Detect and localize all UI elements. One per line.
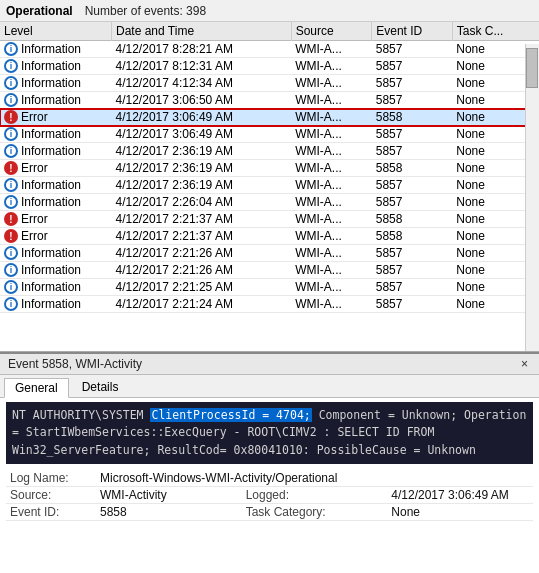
datetime-cell: 4/12/2017 2:21:26 AM	[112, 262, 292, 279]
source-cell: WMI-A...	[291, 109, 372, 126]
info-icon: i	[4, 93, 18, 107]
datetime-cell: 4/12/2017 8:12:31 AM	[112, 58, 292, 75]
source-cell: WMI-A...	[291, 126, 372, 143]
info-icon: i	[4, 297, 18, 311]
info-icon: i	[4, 195, 18, 209]
level-text: Information	[21, 76, 81, 90]
source-value: WMI-Activity	[96, 486, 242, 503]
table-row[interactable]: iInformation 4/12/2017 8:12:31 AM WMI-A.…	[0, 58, 539, 75]
table-row[interactable]: iInformation 4/12/2017 3:06:50 AM WMI-A.…	[0, 92, 539, 109]
log-name-label: Log Name:	[6, 470, 96, 487]
source-cell: WMI-A...	[291, 58, 372, 75]
level-cell: !Error	[0, 109, 112, 126]
source-cell: WMI-A...	[291, 245, 372, 262]
datetime-cell: 4/12/2017 2:21:37 AM	[112, 211, 292, 228]
level-cell: iInformation	[0, 58, 112, 75]
table-row[interactable]: !Error 4/12/2017 2:21:37 AM WMI-A... 585…	[0, 211, 539, 228]
source-label: Source:	[6, 486, 96, 503]
event-count: Number of events: 398	[85, 4, 206, 18]
datetime-cell: 4/12/2017 2:36:19 AM	[112, 160, 292, 177]
events-table: Level Date and Time Source Event ID Task…	[0, 22, 539, 313]
detail-message-box: NT AUTHORITY\SYSTEM ClientProcessId = 47…	[6, 402, 533, 464]
eventid-cell: 5857	[372, 126, 453, 143]
detail-fields-table: Log Name: Microsoft-Windows-WMI-Activity…	[6, 470, 533, 521]
level-text: Error	[21, 212, 48, 226]
datetime-cell: 4/12/2017 2:21:26 AM	[112, 245, 292, 262]
datetime-cell: 4/12/2017 3:06:50 AM	[112, 92, 292, 109]
level-cell: !Error	[0, 160, 112, 177]
tab-general[interactable]: General	[4, 378, 69, 398]
log-name-value: Microsoft-Windows-WMI-Activity/Operation…	[96, 470, 533, 487]
eventid-cell: 5857	[372, 143, 453, 160]
table-row[interactable]: iInformation 4/12/2017 2:36:19 AM WMI-A.…	[0, 143, 539, 160]
source-cell: WMI-A...	[291, 92, 372, 109]
table-row[interactable]: iInformation 4/12/2017 3:06:49 AM WMI-A.…	[0, 126, 539, 143]
table-row[interactable]: iInformation 4/12/2017 8:28:21 AM WMI-A.…	[0, 41, 539, 58]
eventid-cell: 5857	[372, 177, 453, 194]
level-text: Information	[21, 246, 81, 260]
source-cell: WMI-A...	[291, 160, 372, 177]
datetime-cell: 4/12/2017 2:26:04 AM	[112, 194, 292, 211]
col-datetime: Date and Time	[112, 22, 292, 41]
datetime-cell: 4/12/2017 2:21:37 AM	[112, 228, 292, 245]
info-icon: i	[4, 280, 18, 294]
logged-value: 4/12/2017 3:06:49 AM	[387, 486, 533, 503]
table-row[interactable]: iInformation 4/12/2017 2:21:24 AM WMI-A.…	[0, 296, 539, 313]
datetime-cell: 4/12/2017 8:28:21 AM	[112, 41, 292, 58]
col-eventid: Event ID	[372, 22, 453, 41]
level-cell: !Error	[0, 211, 112, 228]
table-row[interactable]: iInformation 4/12/2017 2:36:19 AM WMI-A.…	[0, 177, 539, 194]
table-row[interactable]: !Error 4/12/2017 2:21:37 AM WMI-A... 585…	[0, 228, 539, 245]
error-icon: !	[4, 161, 18, 175]
col-level: Level	[0, 22, 112, 41]
info-icon: i	[4, 42, 18, 56]
info-icon: i	[4, 246, 18, 260]
source-cell: WMI-A...	[291, 75, 372, 92]
table-row[interactable]: !Error 4/12/2017 3:06:49 AM WMI-A... 585…	[0, 109, 539, 126]
info-icon: i	[4, 144, 18, 158]
eventid-cell: 5857	[372, 194, 453, 211]
table-row[interactable]: iInformation 4/12/2017 2:21:26 AM WMI-A.…	[0, 245, 539, 262]
table-row[interactable]: iInformation 4/12/2017 4:12:34 AM WMI-A.…	[0, 75, 539, 92]
source-cell: WMI-A...	[291, 296, 372, 313]
task-category-label: Task Category:	[242, 503, 388, 520]
scrollbar[interactable]	[525, 44, 539, 351]
col-task: Task C...	[452, 22, 539, 41]
tab-details[interactable]: Details	[71, 377, 130, 397]
table-row[interactable]: !Error 4/12/2017 2:36:19 AM WMI-A... 585…	[0, 160, 539, 177]
scrollbar-thumb[interactable]	[526, 48, 538, 88]
level-cell: iInformation	[0, 92, 112, 109]
table-row[interactable]: iInformation 4/12/2017 2:26:04 AM WMI-A.…	[0, 194, 539, 211]
detail-header-title: Event 5858, WMI-Activity	[8, 357, 142, 371]
eventid-cell: 5858	[372, 211, 453, 228]
operational-title: Operational	[6, 4, 73, 18]
col-source: Source	[291, 22, 372, 41]
level-text: Information	[21, 297, 81, 311]
datetime-cell: 4/12/2017 2:21:25 AM	[112, 279, 292, 296]
level-text: Information	[21, 127, 81, 141]
source-cell: WMI-A...	[291, 177, 372, 194]
level-cell: iInformation	[0, 279, 112, 296]
detail-close-button[interactable]: ×	[518, 357, 531, 371]
eventid-cell: 5857	[372, 41, 453, 58]
table-row[interactable]: iInformation 4/12/2017 2:21:26 AM WMI-A.…	[0, 262, 539, 279]
info-icon: i	[4, 59, 18, 73]
table-header-row: Level Date and Time Source Event ID Task…	[0, 22, 539, 41]
level-text: Information	[21, 195, 81, 209]
level-cell: !Error	[0, 228, 112, 245]
datetime-cell: 4/12/2017 3:06:49 AM	[112, 109, 292, 126]
level-text: Error	[21, 110, 48, 124]
info-icon: i	[4, 263, 18, 277]
error-icon: !	[4, 110, 18, 124]
level-text: Information	[21, 263, 81, 277]
eventid-cell: 5857	[372, 58, 453, 75]
detail-content-area: NT AUTHORITY\SYSTEM ClientProcessId = 47…	[0, 398, 539, 525]
source-cell: WMI-A...	[291, 41, 372, 58]
eventid-cell: 5857	[372, 262, 453, 279]
table-row[interactable]: iInformation 4/12/2017 2:21:25 AM WMI-A.…	[0, 279, 539, 296]
datetime-cell: 4/12/2017 4:12:34 AM	[112, 75, 292, 92]
source-cell: WMI-A...	[291, 279, 372, 296]
datetime-cell: 4/12/2017 2:21:24 AM	[112, 296, 292, 313]
level-cell: iInformation	[0, 245, 112, 262]
level-text: Information	[21, 144, 81, 158]
